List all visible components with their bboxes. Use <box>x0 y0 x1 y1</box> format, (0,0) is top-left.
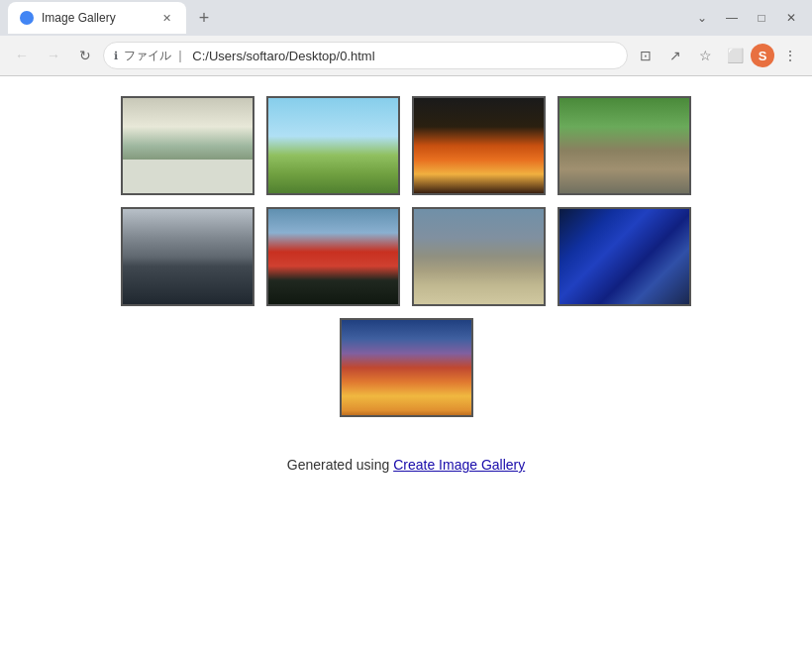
active-tab[interactable]: Image Gallery ✕ <box>8 2 186 34</box>
page-content: Generated using Create Image Gallery <box>0 76 812 648</box>
reload-button[interactable]: ↻ <box>71 42 99 69</box>
profile-icon[interactable]: S <box>751 44 774 67</box>
tab-favicon <box>20 11 34 25</box>
gallery-item-7[interactable] <box>412 207 546 306</box>
forward-button[interactable]: → <box>40 42 67 69</box>
gallery-item-5[interactable] <box>121 207 254 306</box>
footer: Generated using Create Image Gallery <box>287 457 525 473</box>
extensions-icon[interactable]: ⬜ <box>721 42 749 69</box>
tab-bar: Image Gallery ✕ + ⌄ — □ ✕ <box>0 0 812 36</box>
tab-close-button[interactable]: ✕ <box>158 10 174 26</box>
image-sunset <box>342 320 471 415</box>
create-image-gallery-link[interactable]: Create Image Gallery <box>393 457 525 473</box>
new-tab-button[interactable]: + <box>190 4 218 32</box>
image-rocky-mountain <box>559 98 689 193</box>
tab-title: Image Gallery <box>42 11 151 25</box>
image-fire-performance <box>414 98 544 193</box>
image-temple <box>268 209 398 304</box>
footer-text: Generated using <box>287 457 393 473</box>
toolbar: ← → ↻ ℹ ファイル ｜ C:/Users/softaro/Desktop/… <box>0 36 812 75</box>
close-button[interactable]: ✕ <box>778 5 804 31</box>
image-street-japan <box>123 209 253 304</box>
image-night-road <box>559 209 689 304</box>
gallery-grid-row3 <box>340 318 473 417</box>
menu-icon[interactable]: ⋮ <box>776 42 804 69</box>
image-seashore <box>414 209 544 304</box>
gallery-item-6[interactable] <box>266 207 400 306</box>
share-icon[interactable]: ↗ <box>661 42 689 69</box>
gallery-item-2[interactable] <box>266 96 400 195</box>
maximize-button[interactable]: □ <box>749 5 774 31</box>
minimize-button[interactable]: — <box>719 5 745 31</box>
gallery-grid-row2 <box>121 207 691 306</box>
image-cherry-tree <box>268 98 398 193</box>
gallery-grid-row1 <box>121 96 691 195</box>
back-button[interactable]: ← <box>8 42 36 69</box>
chevron-down-icon[interactable]: ⌄ <box>689 5 715 31</box>
bookmark-icon[interactable]: ☆ <box>691 42 719 69</box>
image-winter-trees <box>123 98 253 193</box>
gallery-item-1[interactable] <box>121 96 254 195</box>
toolbar-right: ⊡ ↗ ☆ ⬜ S ⋮ <box>632 42 804 69</box>
gallery-item-4[interactable] <box>558 96 691 195</box>
gallery-item-9[interactable] <box>340 318 473 417</box>
gallery-item-8[interactable] <box>558 207 691 306</box>
address-bar[interactable]: ℹ ファイル ｜ C:/Users/softaro/Desktop/0.html <box>103 42 628 69</box>
window-controls: ⌄ — □ ✕ <box>689 5 804 31</box>
info-icon: ℹ <box>114 50 118 62</box>
gallery-item-3[interactable] <box>412 96 546 195</box>
browser-chrome: Image Gallery ✕ + ⌄ — □ ✕ ← → ↻ ℹ ファイル ｜… <box>0 0 812 76</box>
cast-icon[interactable]: ⊡ <box>632 42 660 69</box>
address-url: C:/Users/softaro/Desktop/0.html <box>192 49 617 63</box>
address-prefix: ファイル ｜ <box>124 48 186 64</box>
